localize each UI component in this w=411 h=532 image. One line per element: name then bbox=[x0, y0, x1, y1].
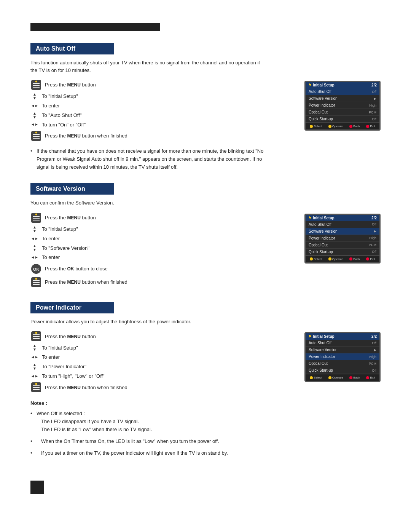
svg-rect-20 bbox=[33, 284, 40, 285]
tv-menu-item: Auto Shut Off Off bbox=[306, 88, 379, 95]
section-title: Software Version bbox=[30, 183, 114, 195]
svg-rect-13 bbox=[33, 220, 40, 220]
tv-screen: ⚑Initial Setup 2/2 Auto Shut Off Off Sof… bbox=[304, 214, 381, 264]
instruction-row: ◄► To enter bbox=[30, 254, 294, 261]
svg-rect-18 bbox=[33, 280, 40, 281]
instructions: Press the MENU button ▲ ▼ To "Initial Se… bbox=[30, 331, 294, 395]
section-body: Press the MENU button ▲ ▼ To "Initial Se… bbox=[30, 212, 381, 290]
section-desc: Power indicator allows you to adjust the… bbox=[30, 318, 266, 326]
note-item: If you set a timer on the TV, the power … bbox=[30, 449, 274, 457]
svg-rect-19 bbox=[33, 282, 40, 283]
section-body: Press the MENU button ▲ ▼ To "Initial Se… bbox=[30, 79, 381, 144]
svg-rect-8 bbox=[33, 138, 40, 139]
instruction-row: ▲ ▼ To "Initial Setup" bbox=[30, 344, 294, 351]
instruction-row: Press the MENU button bbox=[30, 212, 294, 224]
tv-menu-item: Quick Start-up Off bbox=[306, 367, 379, 374]
tv-footer: Select Operate Back Exit bbox=[306, 256, 379, 262]
tv-screen: ⚑Initial Setup 2/2 Auto Shut Off Off Sof… bbox=[304, 81, 381, 131]
tv-menu-item: Optical Out PCM bbox=[306, 360, 379, 367]
tv-menu-item: Software Version ▶ bbox=[306, 228, 379, 235]
instruction-row: ◄► To turn "On" or "Off" bbox=[30, 121, 294, 129]
instructions: Press the MENU button ▲ ▼ To "Initial Se… bbox=[30, 79, 294, 144]
svg-point-9 bbox=[35, 132, 37, 134]
instruction-row: ▲ ▼ To "Power Indicator" bbox=[30, 363, 294, 371]
tv-footer: Select Operate Back Exit bbox=[306, 123, 379, 129]
tv-menu-item: Software Version ▶ bbox=[306, 95, 379, 102]
instruction-row: ◄► To enter bbox=[30, 353, 294, 361]
instructions: Press the MENU button ▲ ▼ To "Initial Se… bbox=[30, 212, 294, 290]
svg-rect-23 bbox=[33, 334, 40, 335]
svg-point-21 bbox=[35, 278, 37, 280]
instruction-row: Press the MENU button when finished bbox=[30, 382, 294, 393]
tv-header: ⚑Initial Setup 2/2 bbox=[306, 82, 379, 88]
tv-menu-item: Power Indicator High bbox=[306, 353, 379, 360]
instruction-row: ▲ ▼ To "Initial Setup" bbox=[30, 225, 294, 233]
instruction-row: Press the MENU button bbox=[30, 331, 294, 342]
section-desc: You can confirm the Software Version. bbox=[30, 199, 266, 207]
tv-menu-item: Optical Out PCM bbox=[306, 109, 379, 116]
tv-header: ⚑Initial Setup 2/2 bbox=[306, 333, 379, 340]
instruction-row: ▲ ▼ To "Software Version" bbox=[30, 244, 294, 252]
instruction-row: ◄► To enter bbox=[30, 235, 294, 243]
section-desc: This function automatically shuts off yo… bbox=[30, 59, 266, 74]
instruction-row: OK Press the OK button to close bbox=[30, 263, 294, 275]
tv-screen: ⚑Initial Setup 2/2 Auto Shut Off Off Sof… bbox=[304, 332, 381, 382]
svg-point-14 bbox=[35, 213, 37, 215]
svg-point-31 bbox=[35, 383, 37, 385]
svg-text:OK: OK bbox=[33, 267, 40, 272]
svg-rect-1 bbox=[33, 83, 40, 84]
note-item: When the On Timer turns On, the LED is l… bbox=[30, 438, 274, 446]
svg-point-26 bbox=[35, 332, 37, 334]
tv-menu-item: Auto Shut Off Off bbox=[306, 221, 379, 228]
svg-rect-29 bbox=[33, 387, 40, 388]
instruction-row: ▲ ▼ To "Auto Shut Off" bbox=[30, 112, 294, 119]
section-body: Press the MENU button ▲ ▼ To "Initial Se… bbox=[30, 331, 381, 395]
instruction-row: ▲ ▼ To "Initial Setup" bbox=[30, 93, 294, 100]
svg-rect-6 bbox=[33, 134, 40, 135]
page-number-box bbox=[30, 481, 44, 494]
tv-footer: Select Operate Back Exit bbox=[306, 374, 379, 381]
tv-menu-item: Power Indicator High bbox=[306, 235, 379, 242]
tv-menu-item: Optical Out PCM bbox=[306, 242, 379, 249]
svg-rect-30 bbox=[33, 389, 40, 390]
section-power-indicator: Power Indicator Power indicator allows y… bbox=[30, 302, 381, 457]
tv-menu-item: Quick Start-up Off bbox=[306, 249, 379, 256]
svg-rect-28 bbox=[33, 385, 40, 386]
instruction-row: ◄► To turn "High", "Low" or "Off" bbox=[30, 372, 294, 380]
page-title bbox=[30, 23, 160, 31]
svg-rect-25 bbox=[33, 338, 40, 339]
svg-rect-11 bbox=[33, 216, 40, 217]
section-software-version: Software Version You can confirm the Sof… bbox=[30, 183, 381, 290]
tv-menu-item: Quick Start-up Off bbox=[306, 116, 379, 123]
bullet-note: If the channel that you have on does not… bbox=[30, 147, 274, 171]
svg-point-4 bbox=[35, 81, 37, 83]
instruction-row: Press the MENU button bbox=[30, 79, 294, 91]
svg-rect-3 bbox=[33, 87, 40, 88]
section-title: Auto Shut Off bbox=[30, 43, 114, 54]
section-title: Power Indicator bbox=[30, 302, 114, 313]
svg-rect-24 bbox=[33, 336, 40, 337]
svg-rect-7 bbox=[33, 136, 40, 137]
instruction-row: Press the MENU button when finished bbox=[30, 276, 294, 288]
tv-menu-item: Software Version ▶ bbox=[306, 347, 379, 353]
notes-label: Notes : bbox=[30, 400, 381, 406]
note-item: When Off is selected :The LED disappears… bbox=[30, 410, 274, 433]
tv-header: ⚑Initial Setup 2/2 bbox=[306, 215, 379, 221]
section-auto-shut-off: Auto Shut Off This function automaticall… bbox=[30, 43, 381, 171]
svg-rect-12 bbox=[33, 218, 40, 219]
svg-rect-2 bbox=[33, 85, 40, 86]
instruction-row: Press the MENU button when finished bbox=[30, 130, 294, 142]
tv-menu-item: Auto Shut Off Off bbox=[306, 340, 379, 347]
tv-menu-item: Power Indicator High bbox=[306, 102, 379, 109]
instruction-row: ◄► To enter bbox=[30, 102, 294, 110]
